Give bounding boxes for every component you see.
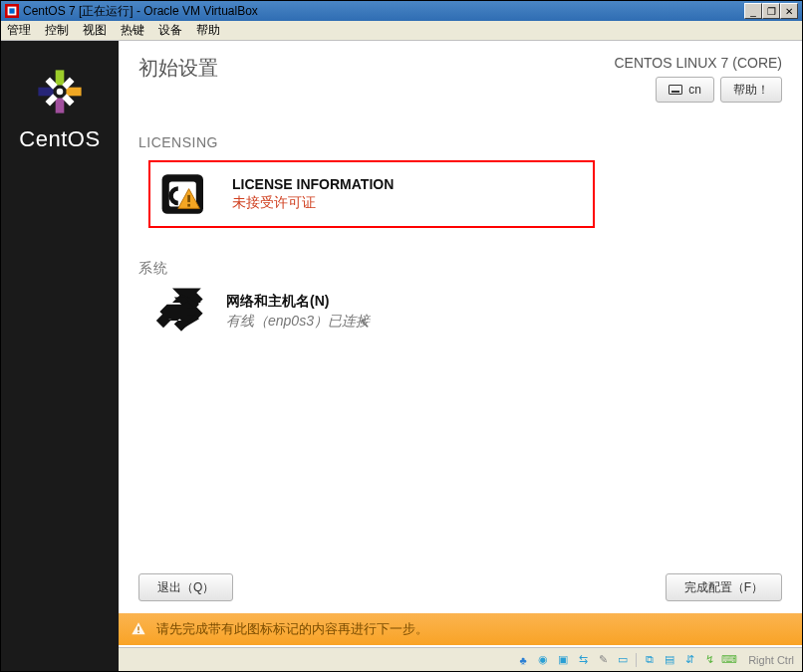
svg-rect-2 (9, 8, 14, 13)
menu-hotkeys[interactable]: 热键 (121, 22, 144, 39)
help-button-label: 帮助！ (733, 82, 769, 99)
header-controls: cn 帮助！ (656, 77, 782, 103)
svg-point-11 (57, 89, 63, 95)
virtualbox-icon (5, 4, 19, 18)
svg-rect-5 (56, 98, 65, 112)
network-spoke-texts: 网络和主机名(N) 有线（enp0s3）已连接↖ (226, 293, 370, 331)
centos-logo-icon (33, 65, 87, 118)
network-icon (154, 288, 208, 336)
network-spoke-status: 有线（enp0s3）已连接↖ (226, 313, 370, 331)
license-spoke-status: 未接受许可证 (232, 194, 394, 212)
restore-button[interactable]: ❐ (762, 3, 780, 19)
finish-config-button-label: 完成配置（F） (684, 579, 763, 596)
status-usb-icon[interactable]: ♣ (516, 653, 530, 667)
svg-rect-15 (187, 204, 190, 207)
window-titlebar[interactable]: CentOS 7 [正在运行] - Oracle VM VirtualBox _… (1, 1, 802, 21)
menu-manage[interactable]: 管理 (7, 22, 31, 39)
keyboard-layout-label: cn (688, 83, 701, 97)
warning-bar-text: 请先完成带有此图标标记的内容再进行下一步。 (156, 620, 428, 638)
menu-view[interactable]: 视图 (83, 22, 107, 39)
close-button[interactable]: ✕ (780, 3, 798, 19)
virtualbox-window: CentOS 7 [正在运行] - Oracle VM VirtualBox _… (0, 0, 803, 672)
svg-rect-22 (137, 626, 138, 630)
license-spoke-title: LICENSE INFORMATION (232, 176, 394, 192)
warning-triangle-icon (131, 621, 146, 637)
svg-rect-6 (38, 88, 53, 97)
help-button[interactable]: 帮助！ (720, 77, 782, 103)
status-recording-icon[interactable]: ⧉ (643, 653, 657, 667)
status-clipboard-icon[interactable]: ▤ (663, 653, 676, 667)
distro-label: CENTOS LINUX 7 (CORE) (614, 55, 782, 71)
warning-bar: 请先完成带有此图标标记的内容再进行下一步。 (119, 613, 802, 645)
quit-button[interactable]: 退出（Q） (138, 573, 233, 601)
header-right-group: CENTOS LINUX 7 (CORE) cn 帮助！ (614, 55, 782, 103)
license-icon (158, 170, 212, 218)
guest-display: CentOS 初始设置 CENTOS LINUX 7 (CORE) cn 帮助！ (1, 41, 802, 671)
centos-brand-text: CentOS (19, 126, 100, 152)
menu-help[interactable]: 帮助 (196, 22, 220, 39)
status-optical-icon[interactable]: ◉ (536, 653, 550, 667)
svg-rect-4 (66, 88, 81, 97)
status-display-icon[interactable]: ▭ (616, 653, 630, 667)
status-host-key-icon[interactable]: ⌨ (722, 653, 736, 667)
keyboard-icon (669, 85, 682, 95)
network-spoke-title: 网络和主机名(N) (226, 293, 370, 311)
svg-rect-23 (137, 632, 138, 633)
license-information-spoke[interactable]: LICENSE INFORMATION 未接受许可证 (148, 160, 595, 228)
keyboard-layout-button[interactable]: cn (656, 77, 714, 103)
finish-config-button[interactable]: 完成配置（F） (666, 573, 782, 601)
svg-rect-3 (56, 70, 65, 85)
status-network-icon[interactable]: ⇆ (576, 653, 590, 667)
section-licensing-label: LICENSING (138, 134, 782, 150)
status-hdd-icon[interactable]: ▣ (556, 653, 570, 667)
license-spoke-texts: LICENSE INFORMATION 未接受许可证 (232, 176, 394, 212)
window-controls: _ ❐ ✕ (744, 3, 798, 19)
mouse-cursor-icon: ↖ (358, 315, 370, 331)
svg-rect-14 (187, 195, 190, 202)
quit-button-label: 退出（Q） (157, 579, 214, 596)
menu-devices[interactable]: 设备 (158, 22, 182, 39)
page-title: 初始设置 (138, 55, 218, 82)
menu-control[interactable]: 控制 (45, 22, 69, 39)
footer-buttons: 退出（Q） 完成配置（F） (138, 573, 782, 601)
window-title: CentOS 7 [正在运行] - Oracle VM VirtualBox (23, 3, 740, 20)
section-system-label: 系统 (138, 260, 782, 278)
host-key-label: Right Ctrl (748, 654, 794, 666)
status-mouse-integration-icon[interactable]: ↯ (702, 653, 716, 667)
initial-setup-panel: 初始设置 CENTOS LINUX 7 (CORE) cn 帮助！ LICENS… (119, 41, 802, 671)
centos-sidebar: CentOS (1, 41, 119, 671)
virtualbox-menubar: 管理 控制 视图 热键 设备 帮助 (1, 21, 802, 41)
header-band: 初始设置 CENTOS LINUX 7 (CORE) cn 帮助！ (138, 55, 782, 103)
virtualbox-status-bar: ♣ ◉ ▣ ⇆ ✎ ▭ ⧉ ▤ ⇵ ↯ ⌨ Right Ctrl (119, 647, 802, 671)
status-drag-drop-icon[interactable]: ⇵ (682, 653, 696, 667)
status-shared-folder-icon[interactable]: ✎ (596, 653, 610, 667)
status-separator (636, 653, 637, 667)
minimize-button[interactable]: _ (744, 3, 762, 19)
network-hostname-spoke[interactable]: 网络和主机名(N) 有线（enp0s3）已连接↖ (154, 288, 782, 336)
